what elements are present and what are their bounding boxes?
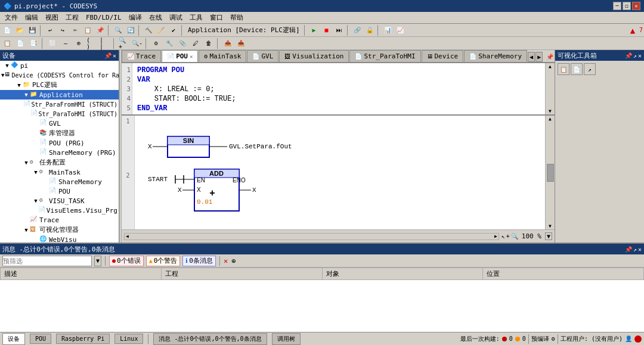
tb2-contact[interactable]: | | — [99, 38, 111, 49]
rp-btn3[interactable]: ↗ — [584, 63, 596, 75]
tb-stop[interactable]: ■ — [321, 24, 333, 36]
fbd-zoomout-icon[interactable]: 🔍 — [511, 233, 518, 240]
tb-clean[interactable]: 🧹 — [155, 24, 167, 36]
fbd-hscroll[interactable]: ◀ ▶ — [124, 233, 499, 240]
expand-task[interactable]: ▼ — [23, 160, 30, 166]
tb2-extra1[interactable]: ⚙ — [150, 38, 162, 49]
tb2-extra7[interactable]: 📥 — [235, 38, 247, 49]
status-float[interactable]: ↗ — [633, 246, 637, 253]
tb-online[interactable]: 🔗 — [351, 24, 363, 36]
scroll-up[interactable]: ▲ — [548, 63, 552, 70]
user-icon[interactable]: 👤 — [625, 335, 632, 342]
tb-build[interactable]: 🔨 — [143, 24, 154, 36]
tb2-extra2[interactable]: 🔧 — [163, 38, 175, 49]
menu-project[interactable]: 工程 — [62, 12, 82, 23]
expand-plclogic[interactable]: ▼ — [16, 82, 23, 88]
minimize-button[interactable]: ─ — [613, 2, 621, 10]
fbd-scroll-down[interactable]: ▼ — [548, 223, 552, 229]
fbd-scrollbar-v[interactable]: ▲ ▼ — [545, 116, 555, 229]
tab-pou-close[interactable]: ✕ — [190, 54, 193, 60]
error-filter-btn[interactable]: ● 0个错误 — [109, 256, 144, 266]
tb-copy[interactable]: 📋 — [82, 24, 94, 36]
tb2-3[interactable]: 📑 — [27, 38, 39, 49]
fbd-zoomin-icon[interactable]: + — [506, 233, 510, 240]
tb-save[interactable]: 💾 — [26, 24, 38, 36]
fbd-scroll-up[interactable]: ▲ — [548, 116, 552, 122]
tb2-zoomin[interactable]: 🔍+ — [118, 38, 130, 49]
tree-item-pi[interactable]: ▼ 🔷 pi — [0, 61, 119, 70]
tree-item-pou2[interactable]: 📄 POU — [0, 187, 119, 196]
status-close[interactable]: ✕ — [638, 246, 642, 253]
tb2-extra6[interactable]: 📤 — [222, 38, 234, 49]
tab-pin-icon[interactable]: 📌 — [545, 52, 555, 61]
info-filter-btn[interactable]: ℹ 0条消息 — [182, 256, 216, 266]
tb2-2[interactable]: 📄 — [14, 38, 26, 49]
status-filter-input[interactable] — [2, 256, 92, 266]
bottom-tab-pou[interactable]: POU — [30, 334, 51, 344]
menu-compile[interactable]: 编译 — [125, 12, 145, 23]
tab-pou[interactable]: 📄 POU ✕ — [162, 50, 198, 62]
tb-cut[interactable]: ✂ — [69, 24, 81, 36]
tree-item-visuelems[interactable]: 📄 VisuElems.Visu_Prg — [0, 206, 119, 215]
tree-item-shm2[interactable]: 📄 ShareMemory — [0, 177, 119, 187]
menu-tools[interactable]: 工具 — [186, 12, 206, 23]
tb-paste[interactable]: 📌 — [94, 24, 106, 36]
scroll-down[interactable]: ▼ — [548, 108, 552, 114]
code-editor[interactable]: PROGRAM POU VAR X: LREAL := 0; START: BO… — [132, 63, 545, 114]
tree-item-webvisu[interactable]: 🌐 WebVisu — [0, 235, 119, 243]
tab-scroll-left[interactable]: ◀ — [528, 52, 535, 62]
expand-application[interactable]: ▼ — [23, 92, 30, 98]
right-panel-close[interactable]: ✕ — [638, 52, 642, 59]
menu-window[interactable]: 窗口 — [206, 12, 227, 23]
menu-file[interactable]: 文件 — [1, 12, 21, 23]
expand-maintask[interactable]: ▼ — [32, 169, 39, 175]
tree-item-device[interactable]: ▼ 🖥 Device (CODESYS Control for Raspberr… — [0, 70, 119, 80]
bottom-tab-messages[interactable]: 消息 -总计0个错误,0个警告,0条消息 — [153, 333, 267, 345]
status-copy[interactable]: ⊕ — [231, 257, 236, 265]
bottom-tab-raspberry[interactable]: Raspberry Pi — [56, 334, 110, 344]
right-panel-pin[interactable]: 📌 — [625, 52, 632, 59]
tab-device[interactable]: 🖥 Device — [422, 50, 464, 62]
tree-item-libman[interactable]: 📚 库管理器 — [0, 128, 119, 138]
menu-online[interactable]: 在线 — [145, 12, 166, 23]
tab-gvl[interactable]: 📄 GVL — [247, 50, 278, 62]
sidebar-close-icon[interactable]: ✕ — [113, 52, 116, 59]
tree-item-visman[interactable]: ▼ 🖼 可视化管理器 — [0, 225, 119, 235]
tree-item-maintask[interactable]: ▼ ⚙ MainTask — [0, 167, 119, 177]
tb-find[interactable]: 🔍 — [112, 24, 124, 36]
tb2-extra3[interactable]: 📎 — [177, 38, 188, 49]
tree-item-visutask[interactable]: ▼ ⚙ VISU_TASK — [0, 196, 119, 206]
menu-debug[interactable]: 调试 — [166, 12, 186, 23]
tree-item-str2[interactable]: 📄 Str_ParaToHMI (STRUCT) — [0, 109, 119, 119]
tb2-extra4[interactable]: 🖊 — [190, 38, 202, 49]
menu-edit[interactable]: 编辑 — [21, 12, 42, 23]
tab-scroll-right[interactable]: ▶ — [535, 52, 543, 62]
menu-help[interactable]: 帮助 — [227, 12, 247, 23]
rp-btn2[interactable]: 📄 — [571, 63, 583, 75]
tb2-block[interactable]: ⬜ — [47, 38, 58, 49]
tb2-extra5[interactable]: 🗑 — [203, 38, 215, 49]
bottom-tab-linux[interactable]: Linux — [114, 334, 143, 344]
expand-visman[interactable]: ▼ — [23, 227, 30, 233]
restore-button[interactable]: ◻ — [623, 2, 631, 10]
tb2-zoomout[interactable]: 🔍- — [131, 38, 143, 49]
tb-check[interactable]: ✔ — [168, 24, 179, 36]
tab-strparatohmi[interactable]: 📄 Str_ParaToHMI — [349, 50, 420, 62]
tb-run[interactable]: ▶ — [308, 24, 320, 36]
menu-view[interactable]: 视图 — [42, 12, 62, 23]
tree-item-str1[interactable]: 📄 Str_ParaFromHMI (STRUCT) — [0, 100, 119, 109]
tb-redo[interactable]: ↪ — [57, 24, 69, 36]
tb2-conn[interactable]: ⊕ — [73, 38, 85, 49]
bottom-tab-device[interactable]: 设备 — [2, 333, 25, 345]
fbd-scroll-thumb[interactable] — [547, 164, 554, 182]
tree-item-task[interactable]: ▼ ⚙ 任务配置 — [0, 157, 119, 167]
tab-maintask[interactable]: ⚙ MainTask — [199, 50, 246, 62]
tb-extra2[interactable]: 📈 — [394, 24, 406, 36]
tb-new[interactable]: 📄 — [1, 24, 13, 36]
tb-offline[interactable]: 🔓 — [364, 24, 376, 36]
tree-item-trace[interactable]: 📈 Trace — [0, 215, 119, 225]
tree-item-application[interactable]: ▼ 📁 Application — [0, 90, 119, 100]
fbd-hscroll-right[interactable]: ▶ — [493, 234, 499, 240]
expand-visutask[interactable]: ▼ — [32, 198, 39, 204]
fbd-cursor-icon[interactable]: ↖ — [501, 233, 505, 240]
